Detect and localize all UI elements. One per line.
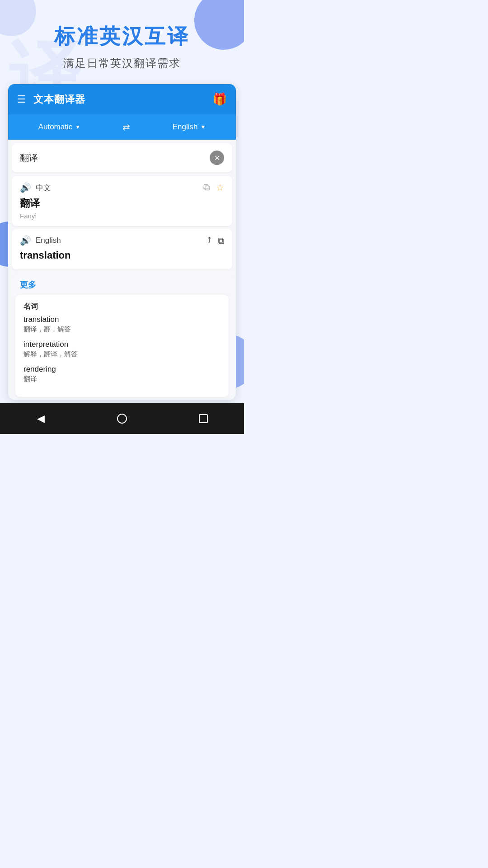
- more-meaning-3: 翻译: [23, 375, 221, 383]
- target-language-selector[interactable]: English ▼: [173, 123, 206, 132]
- hero-subtitle: 满足日常英汉翻译需求: [9, 56, 235, 71]
- chinese-copy-button[interactable]: ⧉: [203, 182, 210, 193]
- hero-section: 标准英汉互译 满足日常英汉翻译需求: [0, 0, 244, 84]
- language-bar: Automatic ▼ ⇄ English ▼: [8, 114, 236, 140]
- more-card: 名词 translation 翻译，翻，解答 interpretation 解释…: [15, 295, 229, 397]
- chinese-result-text: 翻译: [20, 197, 224, 210]
- clear-button[interactable]: ✕: [210, 151, 224, 165]
- hero-title: 标准英汉互译: [9, 23, 235, 51]
- chinese-speaker-button[interactable]: 🔊: [20, 182, 31, 193]
- english-result-text: translation: [20, 250, 224, 261]
- chinese-result-card: 🔊 中文 ⧉ ☆ 翻译 Fānyì: [12, 176, 232, 226]
- source-language-selector[interactable]: Automatic ▼: [38, 123, 80, 132]
- toolbar: ☰ 文本翻译器 🎁: [8, 84, 236, 114]
- chinese-star-button[interactable]: ☆: [216, 182, 224, 193]
- back-button[interactable]: ◀: [29, 407, 52, 430]
- more-item-3: rendering 翻译: [23, 365, 221, 383]
- home-button[interactable]: [111, 407, 133, 430]
- source-language-label: Automatic: [38, 123, 73, 132]
- english-lang-label: English: [36, 236, 61, 245]
- pos-label: 名词: [23, 302, 221, 311]
- more-meaning-2: 解释，翻译，解答: [23, 350, 221, 359]
- english-external-button[interactable]: ⤴: [207, 236, 211, 246]
- more-word-2: interpretation: [23, 340, 221, 349]
- english-copy-button[interactable]: ⧉: [218, 236, 224, 246]
- target-language-label: English: [173, 123, 198, 132]
- more-item-2: interpretation 解释，翻译，解答: [23, 340, 221, 359]
- back-icon: ◀: [37, 413, 45, 425]
- bottom-nav: ◀: [0, 403, 244, 434]
- swap-languages-button[interactable]: ⇄: [122, 122, 130, 132]
- clear-icon: ✕: [214, 154, 220, 162]
- english-result-actions: ⤴ ⧉: [207, 236, 224, 246]
- english-lang-left: 🔊 English: [20, 235, 61, 246]
- english-result-header: 🔊 English ⤴ ⧉: [20, 235, 224, 246]
- recents-button[interactable]: [192, 407, 215, 430]
- input-text[interactable]: 翻译: [20, 152, 210, 164]
- chinese-pinyin: Fānyì: [20, 212, 224, 220]
- english-speaker-button[interactable]: 🔊: [20, 235, 31, 246]
- target-lang-arrow: ▼: [200, 124, 206, 130]
- more-meaning-1: 翻译，翻，解答: [23, 325, 221, 334]
- app-card: ☰ 文本翻译器 🎁 Automatic ▼ ⇄ English ▼ 翻译 ✕ 🔊…: [8, 84, 236, 400]
- toolbar-left: ☰ 文本翻译器: [17, 93, 85, 106]
- recents-icon: [199, 414, 208, 423]
- more-section: 更多 名词 translation 翻译，翻，解答 interpretation…: [12, 273, 232, 400]
- chinese-result-header: 🔊 中文 ⧉ ☆: [20, 182, 224, 193]
- chinese-lang-label: 中文: [36, 183, 51, 193]
- input-area: 翻译 ✕: [12, 143, 232, 172]
- chinese-lang-left: 🔊 中文: [20, 182, 51, 193]
- source-lang-arrow: ▼: [75, 124, 80, 130]
- more-word-3: rendering: [23, 365, 221, 374]
- more-label: 更多: [12, 273, 232, 295]
- app-title: 文本翻译器: [33, 93, 85, 106]
- gift-icon[interactable]: 🎁: [212, 92, 227, 106]
- chinese-result-actions: ⧉ ☆: [203, 182, 224, 193]
- english-result-card: 🔊 English ⤴ ⧉ translation: [12, 229, 232, 269]
- more-word-1: translation: [23, 315, 221, 324]
- menu-icon[interactable]: ☰: [17, 94, 26, 104]
- home-icon: [117, 414, 127, 424]
- more-item-1: translation 翻译，翻，解答: [23, 315, 221, 334]
